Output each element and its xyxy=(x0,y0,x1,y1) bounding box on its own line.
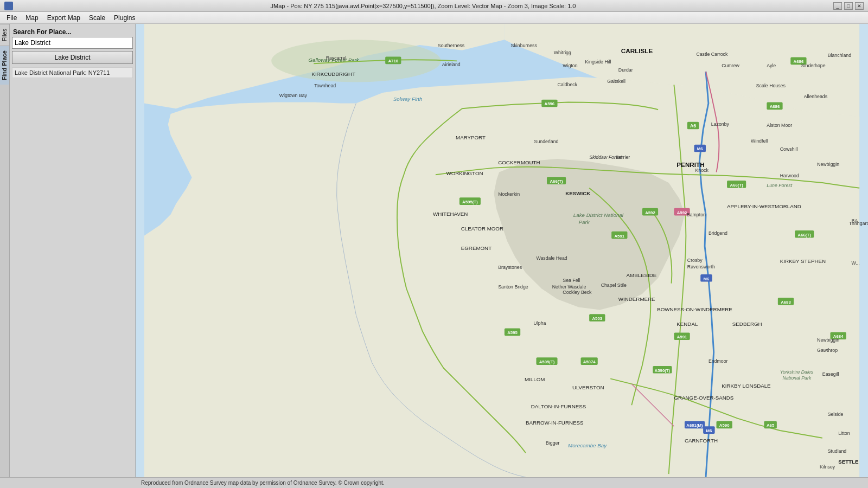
a590s-label: A590 xyxy=(719,423,730,428)
gaitskell-label: Gaitskell xyxy=(607,79,626,84)
a503-label: A503 xyxy=(592,316,602,321)
tab-find-place[interactable]: Find Place xyxy=(0,46,9,85)
ayle-label: Ayle xyxy=(767,63,776,68)
a66t-label: A66(T) xyxy=(550,179,563,184)
allenheads-label: Allenheads xyxy=(804,94,828,99)
a686-mid-label: A686 xyxy=(770,104,780,109)
ravensworth-label: Ravensworth xyxy=(687,264,715,269)
egremont-label: EGREMONT xyxy=(461,245,492,251)
close-button[interactable]: ✕ xyxy=(855,2,864,10)
harwood-label: Harwood xyxy=(780,173,799,178)
nether-wasdale-label: Nether Wasdale xyxy=(552,284,586,290)
a6-label: A6 xyxy=(690,123,696,129)
status-copyright: Reproduced from Ordnance Survey map data… xyxy=(141,480,385,486)
skinburness-label: Skinburness xyxy=(511,43,538,48)
penrith-label: PENRITH xyxy=(676,161,704,168)
keswick-label: KESWICK xyxy=(565,190,590,196)
a65-label: A65 xyxy=(767,423,775,428)
kilnsey-label: Kilnsey xyxy=(820,464,835,470)
wasdale-head-label: Wasdale Head xyxy=(536,255,567,261)
menubar: File Map Export Map Scale Plugins xyxy=(0,12,868,24)
gawthrop-label: Gawthrop xyxy=(817,348,838,354)
kirkby-stephen-label: KIRKBY STEPHEN xyxy=(780,258,826,264)
ulverston-label: ULVERSTON xyxy=(572,384,604,390)
santon-bridge-label: Santon Bridge xyxy=(498,284,528,290)
ulpha-label: Ulpha xyxy=(534,320,546,326)
menu-scale[interactable]: Scale xyxy=(85,13,110,23)
morecambe-bay-label: Morecambe Bay xyxy=(568,442,607,448)
cleator-moor-label: CLEATOR MOOR xyxy=(461,226,503,232)
newbiggin-label: Newbiggin xyxy=(817,162,839,167)
solway-firth-label: Solway Firth xyxy=(393,96,423,102)
a592-label: A592 xyxy=(645,210,655,215)
cowshill-label: Cowshill xyxy=(780,146,798,152)
a591-label: A591 xyxy=(677,335,687,339)
scale-houses-label: Scale Houses xyxy=(756,83,786,88)
rascarrel-label: Rascarrel xyxy=(326,55,347,61)
cockermouth-label: COCKERMOUTH xyxy=(498,159,540,165)
bampton-label: Bampton xyxy=(687,212,706,217)
a592-pink-label: A592 xyxy=(677,210,687,215)
yorkshire-dales-label: Yorkshire Dales xyxy=(780,369,814,375)
studland-label: Studland xyxy=(828,448,847,454)
app-icon xyxy=(4,2,13,10)
map-area[interactable]: Solway Firth Morecambe Bay Galloway Fore… xyxy=(136,24,868,477)
menu-file[interactable]: File xyxy=(2,13,21,23)
bridgend-label: Bridgend xyxy=(709,230,727,236)
left-panel: Files Find Place Search For Place... Lak… xyxy=(0,24,136,488)
blanchland-label: Blanchland xyxy=(828,53,851,58)
caldbeck-label: Caldbeck xyxy=(558,82,578,87)
search-input[interactable] xyxy=(12,37,133,49)
a66t-east-label: A66(T) xyxy=(730,183,744,188)
m6-label-3: M6 xyxy=(706,428,712,433)
carnforth-label: CARNFORTH xyxy=(685,438,718,444)
whitrigg-label: Whitrigg xyxy=(554,50,571,55)
menu-plugins[interactable]: Plugins xyxy=(110,13,139,23)
wigtown-bay-label: Wigtown Bay xyxy=(279,93,308,98)
bfw-label: W... xyxy=(852,260,860,266)
window-buttons: _ □ ✕ xyxy=(833,2,864,10)
settle-label: SETTLE xyxy=(838,459,859,465)
a505t-label: A505(T) xyxy=(539,359,555,364)
a596-label: A596 xyxy=(545,101,555,106)
easegill-label: Easegill xyxy=(822,371,839,377)
bigger-label: Bigger xyxy=(546,440,559,446)
millom-label: MILLOM xyxy=(525,376,545,382)
a591s-label: A591 xyxy=(614,234,624,239)
sedbergh-label: SEDBERGH xyxy=(732,321,762,327)
litton-label: Litton xyxy=(838,431,850,436)
windfell-label: Windfell xyxy=(751,138,768,144)
search-label: Search For Place... xyxy=(12,26,133,37)
newbiggin2-label: Newbiggin xyxy=(817,337,839,343)
chapel-stile-label: Chapel Stile xyxy=(601,282,627,288)
map-svg: Solway Firth Morecambe Bay Galloway Fore… xyxy=(136,24,868,477)
lune-forest-label: Lune Forest xyxy=(767,183,792,188)
a601m-label: A601(M) xyxy=(686,423,703,428)
menu-map[interactable]: Map xyxy=(21,13,42,23)
bowness-label: BOWNESS-ON-WINDERMERE xyxy=(657,306,732,312)
sinderhope-label: Sinderhope xyxy=(801,63,826,68)
a5074-label: A5074 xyxy=(583,359,596,364)
tab-files[interactable]: Files xyxy=(0,24,9,46)
maryport-label: MARYPORT xyxy=(456,134,486,140)
carlisle-label: CARLISLE xyxy=(621,47,653,54)
minimize-button[interactable]: _ xyxy=(833,2,842,10)
ambleside-label: AMBLESIDE xyxy=(627,272,657,278)
appleby-label: APPLEBY-IN-WESTMORLAND xyxy=(727,203,801,209)
windermere-label: WINDERMERE xyxy=(618,296,655,302)
search-button[interactable]: Lake District xyxy=(12,51,133,64)
kirkby-lonsdale-label: KIRKBY LONSDALE xyxy=(722,383,771,389)
wigton-label: Wigton xyxy=(563,63,577,68)
menu-export-map[interactable]: Export Map xyxy=(43,13,85,23)
workington-label: WORKINGTON xyxy=(446,170,483,176)
side-tabs: Files Find Place xyxy=(0,24,10,488)
bottom-statusbar: Reproduced from Ordnance Survey map data… xyxy=(0,477,868,488)
maximize-button[interactable]: □ xyxy=(844,2,853,10)
southerness-label: Southerness xyxy=(438,43,465,48)
cumrew-label: Cumrew xyxy=(722,63,739,68)
search-result[interactable]: Lake District National Park: NY2711 xyxy=(12,67,133,78)
cockley-beck-label: Cockley Beck xyxy=(563,290,592,295)
sea-fell-label: Sea Fell xyxy=(563,278,580,283)
lazonby-label: Lazonby xyxy=(711,121,730,127)
sunderland-label: Sunderland xyxy=(534,139,559,144)
